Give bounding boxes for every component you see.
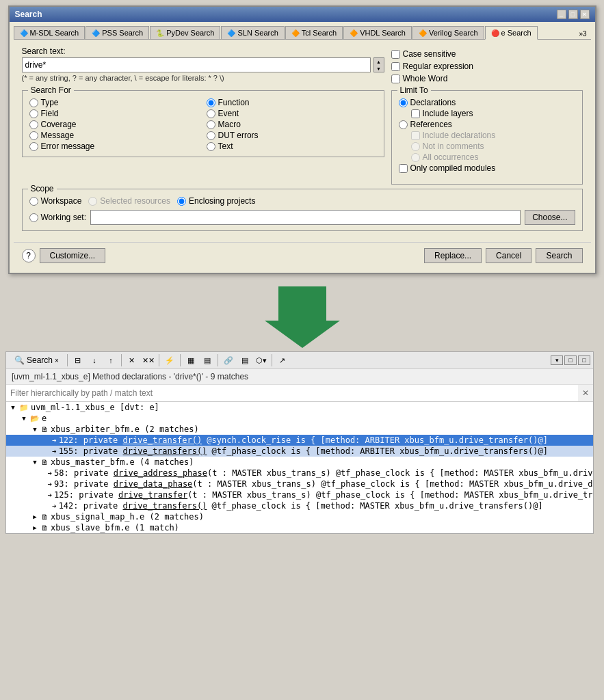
whole-word-checkbox[interactable] xyxy=(391,75,400,83)
cancel-button[interactable]: Cancel xyxy=(486,248,531,263)
tab-verilog[interactable]: 🔶 Verilog Search xyxy=(412,26,484,39)
radio-message-input[interactable] xyxy=(29,131,38,140)
limit-references-option[interactable]: References xyxy=(399,120,575,129)
tree-signal-map-item[interactable]: ▶ 🗎 xbus_signal_map_h.e (2 matches) xyxy=(6,511,593,522)
tree-match-125[interactable]: ➔ 125: private drive_transfer(t : MASTER… xyxy=(6,489,593,500)
customize-button[interactable]: Customize... xyxy=(40,248,106,263)
group-by-btn[interactable]: ▤ xyxy=(200,353,215,367)
scope-workspace-option[interactable]: Workspace xyxy=(29,196,82,206)
radio-type-input[interactable] xyxy=(29,98,38,107)
radio-error-message-input[interactable] xyxy=(29,142,38,151)
minimize-panel-btn[interactable]: ▾ xyxy=(551,355,563,365)
radio-function-input[interactable] xyxy=(207,98,215,107)
radio-dut-errors-input[interactable] xyxy=(207,131,215,140)
tree-root-item[interactable]: ▼ 📁 uvm_ml-1.1_xbus_e [dvt: e] xyxy=(6,402,593,413)
tree-match-122[interactable]: ➔ 122: private drive_transfer() @synch.c… xyxy=(6,435,593,446)
scope-working-set-radio[interactable] xyxy=(29,213,38,222)
scope-enclosing-projects-radio[interactable] xyxy=(177,197,186,206)
filter-input[interactable] xyxy=(6,385,578,401)
limit-all-occurrences-radio[interactable] xyxy=(411,153,420,162)
scope-enclosing-projects-option[interactable]: Enclosing projects xyxy=(177,196,255,206)
search-button[interactable]: Search xyxy=(536,248,582,263)
radio-macro[interactable]: Macro xyxy=(207,120,377,129)
tab-tcl[interactable]: 🔶 Tcl Search xyxy=(285,26,343,39)
tree-e-item[interactable]: ▼ 📂 e xyxy=(6,413,593,424)
replace-button[interactable]: Replace... xyxy=(424,248,482,263)
radio-event[interactable]: Event xyxy=(207,109,377,118)
tab-vhdl-label: VHDL Search xyxy=(360,29,406,37)
scope-selected-resources-radio[interactable] xyxy=(88,197,97,206)
choose-button[interactable]: Choose... xyxy=(525,210,575,225)
restore-panel-btn[interactable]: □ xyxy=(564,355,577,365)
tree-match-142[interactable]: ➔ 142: private drive_transfers() @tf_pha… xyxy=(6,500,593,511)
scope-working-set-option[interactable]: Working set: xyxy=(29,213,86,222)
maximize-panel-btn[interactable]: □ xyxy=(578,355,590,365)
search-again-btn[interactable]: ⚡ xyxy=(162,353,177,367)
radio-type[interactable]: Type xyxy=(29,98,200,107)
close-btn[interactable]: × xyxy=(580,10,590,19)
maximize-btn[interactable]: □ xyxy=(568,10,578,19)
prev-match-btn[interactable]: ↑ xyxy=(103,353,118,367)
radio-field[interactable]: Field xyxy=(29,109,200,118)
next-match-btn[interactable]: ↓ xyxy=(87,353,102,367)
tree-match-58[interactable]: ➔ 58: private drive_address_phase(t : MA… xyxy=(6,468,593,479)
radio-text-input[interactable] xyxy=(207,142,215,151)
tree-slave-item[interactable]: ▶ 🗎 xbus_slave_bfm.e (1 match) xyxy=(6,522,593,533)
search-text-input[interactable] xyxy=(22,57,371,72)
limit-references-radio[interactable] xyxy=(399,120,408,129)
limit-declarations-option[interactable]: Declarations xyxy=(399,98,575,107)
minimize-btn[interactable]: _ xyxy=(557,10,566,19)
tab-vhdl[interactable]: 🔶 VHDL Search xyxy=(343,26,412,39)
radio-coverage-input[interactable] xyxy=(29,120,38,129)
limit-include-declarations-checkbox[interactable] xyxy=(411,131,420,140)
tree-match-155[interactable]: ➔ 155: private drive_transfers() @tf_pha… xyxy=(6,446,593,457)
tab-sln[interactable]: 🔷 SLN Search xyxy=(221,26,284,39)
limit-declarations-radio[interactable] xyxy=(399,98,408,107)
tree-match-93[interactable]: ➔ 93: private drive_data_phase(t : MASTE… xyxy=(6,479,593,489)
filter-clear-btn[interactable]: ✕ xyxy=(578,388,593,398)
limit-not-in-comments-radio[interactable] xyxy=(411,142,420,151)
working-set-input[interactable] xyxy=(90,210,521,225)
panel-search-tab[interactable]: 🔍 Search × xyxy=(9,354,64,366)
case-sensitive-option[interactable]: Case sensitive xyxy=(391,49,583,59)
radio-macro-input[interactable] xyxy=(207,120,215,129)
tree-arbiter-item[interactable]: ▼ 🗎 xbus_arbiter_bfm.e (2 matches) xyxy=(6,424,593,435)
search-history-btn[interactable]: ▲ ▼ xyxy=(373,57,384,72)
regular-expression-checkbox[interactable] xyxy=(391,62,400,71)
radio-text[interactable]: Text xyxy=(207,142,377,151)
whole-word-option[interactable]: Whole Word xyxy=(391,74,583,83)
scope-selected-resources-option[interactable]: Selected resources xyxy=(88,196,170,206)
case-sensitive-checkbox[interactable] xyxy=(391,50,400,59)
help-button[interactable]: ? xyxy=(22,249,36,262)
remove-match-btn[interactable]: ✕ xyxy=(124,353,140,367)
collapse-all-btn[interactable]: ⊟ xyxy=(70,353,86,367)
regular-expression-option[interactable]: Regular expression xyxy=(391,62,583,71)
radio-coverage[interactable]: Coverage xyxy=(29,120,200,129)
limit-include-layers-checkbox[interactable] xyxy=(411,109,420,118)
tab-pss[interactable]: 🔷 PSS Search xyxy=(86,26,149,39)
radio-dut-errors[interactable]: DUT errors xyxy=(207,131,377,140)
expand-all-btn[interactable]: ▦ xyxy=(183,353,198,367)
scope-workspace-radio[interactable] xyxy=(29,197,38,206)
limit-only-compiled-option[interactable]: Only compiled modules xyxy=(399,163,575,173)
radio-event-input[interactable] xyxy=(207,109,215,118)
tree-master-item[interactable]: ▼ 🗎 xbus_master_bfm.e (4 matches) xyxy=(6,457,593,468)
limit-only-compiled-checkbox[interactable] xyxy=(399,164,408,173)
link-btn[interactable]: 🔗 xyxy=(221,353,236,367)
radio-message[interactable]: Message xyxy=(29,131,200,140)
export-btn[interactable]: ↗ xyxy=(275,353,290,367)
radio-error-message[interactable]: Error message xyxy=(29,142,200,151)
panel-tab-close-btn[interactable]: × xyxy=(55,357,59,364)
remove-all-btn[interactable]: ✕✕ xyxy=(141,353,156,367)
radio-field-input[interactable] xyxy=(29,109,38,118)
tab-m-sdl-icon: 🔷 xyxy=(20,29,28,37)
tab-pydev[interactable]: 🐍 PyDev Search xyxy=(150,26,220,39)
radio-function[interactable]: Function xyxy=(207,98,377,107)
show-btn[interactable]: ▤ xyxy=(237,353,252,367)
tab-m-sdl[interactable]: 🔷 M-SDL Search xyxy=(14,26,86,39)
filter-btn[interactable]: ⬡▾ xyxy=(254,353,269,367)
tab-e-search[interactable]: 🔴 e Search xyxy=(485,26,538,40)
tab-overflow[interactable]: »3 xyxy=(575,29,590,39)
limit-include-layers-option[interactable]: Include layers xyxy=(411,109,575,118)
limit-to-content: Declarations Include layers References xyxy=(399,95,575,173)
